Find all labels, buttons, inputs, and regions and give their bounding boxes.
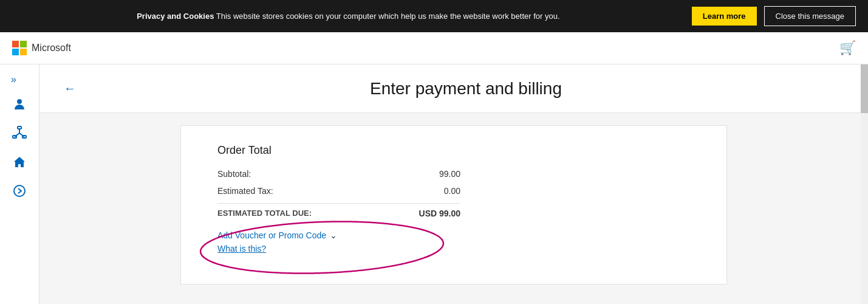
order-card: Order Total Subtotal: 99.00 Estimated Ta…	[180, 125, 727, 285]
page-title-bar: ← Enter payment and billing	[39, 64, 868, 113]
content-area: Order Total Subtotal: 99.00 Estimated Ta…	[39, 113, 868, 297]
sidebar-icon-network[interactable]	[12, 126, 27, 143]
close-message-button[interactable]: Close this message	[764, 6, 856, 26]
page-title: Enter payment and billing	[88, 79, 844, 98]
main-layout: »	[0, 64, 868, 304]
order-total-title: Order Total	[217, 144, 690, 157]
scrollbar-thumb[interactable]	[861, 64, 868, 113]
logo-sq-red	[12, 41, 19, 47]
sidebar: »	[0, 64, 39, 304]
learn-more-button[interactable]: Learn more	[692, 7, 757, 26]
sidebar-icon-home[interactable]	[13, 156, 26, 172]
subtotal-label: Subtotal:	[217, 169, 251, 179]
sidebar-collapse-button[interactable]: »	[0, 74, 16, 85]
back-button[interactable]: ←	[64, 81, 76, 95]
tax-row: Estimated Tax: 0.00	[217, 186, 460, 196]
microsoft-name: Microsoft	[32, 43, 71, 54]
logo-sq-yellow	[20, 49, 27, 55]
cookie-banner-text: Privacy and Cookies This website stores …	[12, 12, 685, 21]
svg-point-0	[17, 99, 22, 104]
order-divider	[217, 203, 460, 204]
main-content: ← Enter payment and billing Order Total …	[39, 64, 868, 304]
total-value: USD 99.00	[419, 209, 460, 218]
voucher-link[interactable]: Add Voucher or Promo Code ⌄	[217, 230, 690, 240]
total-label: ESTIMATED TOTAL DUE:	[217, 209, 312, 218]
logo-sq-green	[20, 41, 27, 47]
sidebar-icon-person[interactable]	[13, 97, 26, 114]
logo-grid-icon	[12, 41, 27, 55]
tax-value: 0.00	[444, 186, 460, 196]
logo-sq-blue	[12, 49, 19, 55]
tax-label: Estimated Tax:	[217, 186, 273, 196]
total-row: ESTIMATED TOTAL DUE: USD 99.00	[217, 209, 460, 218]
cookie-banner: Privacy and Cookies This website stores …	[0, 0, 868, 32]
microsoft-logo: Microsoft	[12, 41, 71, 55]
cart-icon[interactable]: 🛒	[839, 40, 856, 56]
voucher-section: Add Voucher or Promo Code ⌄ What is this…	[217, 230, 690, 254]
cookie-bold-text: Privacy and Cookies	[137, 12, 214, 21]
what-is-this-link[interactable]: What is this?	[217, 244, 690, 254]
subtotal-value: 99.00	[439, 169, 460, 179]
svg-point-7	[14, 185, 25, 196]
voucher-chevron-icon: ⌄	[330, 230, 337, 240]
svg-rect-1	[18, 126, 21, 129]
voucher-link-text: Add Voucher or Promo Code	[217, 230, 326, 240]
header: Microsoft 🛒	[0, 32, 868, 64]
sidebar-icon-arrow-right[interactable]	[13, 184, 26, 201]
cookie-message: This website stores cookies on your comp…	[216, 12, 560, 21]
scrollbar-track[interactable]	[861, 64, 868, 304]
subtotal-row: Subtotal: 99.00	[217, 169, 460, 179]
